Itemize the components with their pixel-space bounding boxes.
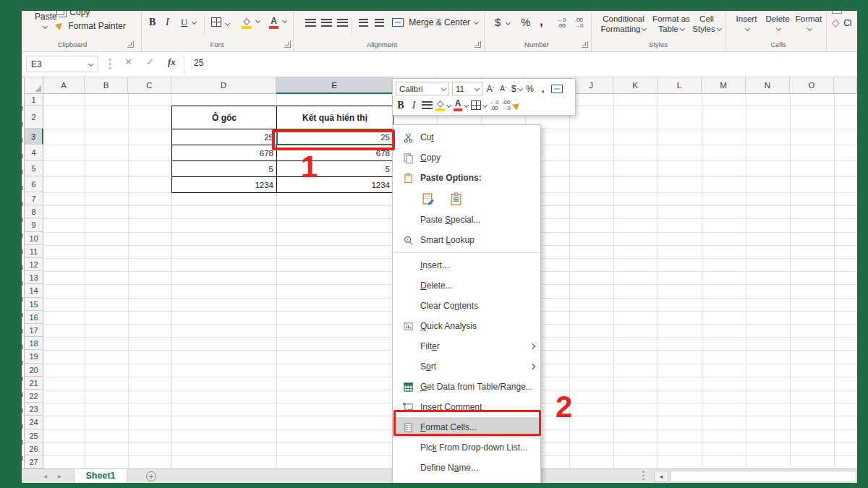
menu-item-get-data-from-table-range[interactable]: Get Data from Table/Range...: [393, 377, 540, 397]
menu-item-paste-special[interactable]: Paste Special...: [393, 210, 540, 230]
menu-item-insert[interactable]: Insert...: [393, 255, 540, 275]
row-header-9[interactable]: 9: [25, 218, 43, 231]
formula-bar-handle[interactable]: •••: [109, 57, 111, 70]
align-left-icon[interactable]: [305, 19, 316, 27]
row-header-1[interactable]: 1: [25, 94, 43, 106]
column-header-e[interactable]: E: [276, 77, 393, 94]
align-center-icon[interactable]: [321, 19, 332, 27]
row-header-21[interactable]: 21: [25, 377, 43, 390]
column-header-j[interactable]: J: [569, 77, 613, 94]
bold-mini-button[interactable]: B: [396, 100, 406, 111]
menu-item-clear-contents[interactable]: Clear Contents: [393, 296, 540, 316]
tab-bar-splitter[interactable]: •••: [642, 471, 644, 481]
clipboard-dialog-launcher-icon[interactable]: [127, 41, 134, 48]
align-center-icon[interactable]: [422, 101, 433, 109]
menu-item-sort[interactable]: Sort: [393, 356, 540, 377]
insert-cells-button[interactable]: Insert: [732, 14, 761, 34]
autosum-icon[interactable]: [832, 11, 842, 14]
name-box[interactable]: E3: [26, 56, 98, 72]
column-header-c[interactable]: C: [128, 77, 171, 94]
row-header-19[interactable]: 19: [25, 350, 43, 363]
menu-item-copy[interactable]: Copy: [393, 147, 540, 168]
insert-function-icon[interactable]: fx: [168, 56, 176, 68]
font-color-mini-button[interactable]: A: [454, 100, 468, 111]
delete-cells-button[interactable]: Delete: [762, 14, 793, 34]
column-header-d[interactable]: D: [171, 77, 276, 94]
row-header-18[interactable]: 18: [25, 337, 43, 350]
align-right-icon[interactable]: [337, 19, 348, 27]
font-size-select[interactable]: 11: [452, 82, 482, 95]
alignment-dialog-launcher-icon[interactable]: [475, 41, 481, 48]
row-header-26[interactable]: 26: [25, 442, 43, 455]
menu-item-quick-analysis[interactable]: Quick Analysis: [393, 316, 540, 336]
copy-button[interactable]: Copy: [56, 11, 90, 17]
select-all-corner[interactable]: [25, 77, 43, 94]
comma-style-button[interactable]: ,: [540, 14, 543, 29]
row-header-10[interactable]: 10: [25, 232, 43, 245]
column-header-n[interactable]: N: [746, 77, 790, 94]
decrease-decimal-icon[interactable]: .00→0: [501, 100, 510, 111]
column-header-o[interactable]: O: [790, 77, 834, 94]
merge-center-button[interactable]: Merge & Center: [392, 17, 478, 27]
increase-decimal-icon[interactable]: ←0.00: [490, 100, 498, 111]
shrink-font-button[interactable]: Aˇ: [498, 85, 509, 93]
merge-center-icon[interactable]: [551, 85, 563, 93]
cell-styles-button[interactable]: Cell Styles: [690, 14, 723, 34]
borders-button[interactable]: [211, 17, 229, 29]
clear-button[interactable]: ◇ Cl: [832, 17, 851, 28]
font-color-button[interactable]: A: [269, 16, 286, 29]
menu-item-filter[interactable]: Filter: [393, 336, 540, 356]
row-header-3[interactable]: 3: [25, 129, 43, 145]
row-header-17[interactable]: 17: [25, 324, 43, 337]
row-header-8[interactable]: 8: [25, 205, 43, 218]
grow-font-button[interactable]: Aˆ: [485, 84, 495, 94]
conditional-formatting-button[interactable]: Conditional Formatting: [595, 14, 652, 34]
number-dialog-launcher-icon[interactable]: [582, 41, 588, 48]
enter-icon[interactable]: ✓: [146, 56, 154, 67]
format-as-table-button[interactable]: Format as Table: [650, 14, 693, 34]
add-sheet-button[interactable]: +: [146, 471, 156, 481]
sheet-nav-right-icon[interactable]: ▸: [58, 472, 61, 480]
cell-e6[interactable]: 1234: [276, 176, 393, 193]
column-header-m[interactable]: M: [702, 77, 746, 94]
fill-color-button[interactable]: ◇: [242, 16, 260, 29]
column-header-k[interactable]: K: [613, 77, 658, 94]
format-painter-icon[interactable]: [512, 100, 522, 110]
sheet-tab-sheet1[interactable]: Sheet1: [74, 469, 127, 483]
font-dialog-launcher-icon[interactable]: [284, 41, 291, 48]
menu-item-pick-from-drop-down-list[interactable]: Pick From Drop-down List...: [393, 437, 540, 458]
row-header-14[interactable]: 14: [25, 284, 43, 297]
row-header-13[interactable]: 13: [25, 271, 43, 284]
font-name-select[interactable]: Calibri: [396, 82, 449, 95]
row-header-2[interactable]: 2: [25, 106, 43, 129]
row-header-4[interactable]: 4: [25, 145, 43, 160]
row-header-7[interactable]: 7: [25, 192, 43, 205]
column-header-l[interactable]: L: [658, 77, 702, 94]
paste-button[interactable]: Paste: [35, 12, 57, 32]
decrease-decimal-button[interactable]: .00→0: [574, 17, 583, 29]
cell-d2-header[interactable]: Ô gốc: [171, 106, 277, 129]
horizontal-scrollbar[interactable]: [670, 471, 856, 482]
row-header-6[interactable]: 6: [25, 176, 43, 192]
menu-item-delete[interactable]: Delete...: [393, 275, 540, 296]
row-header-20[interactable]: 20: [25, 364, 43, 377]
paste-values-icon[interactable]: [448, 191, 464, 207]
column-header-a[interactable]: A: [43, 77, 85, 94]
cell-e5[interactable]: 5: [276, 160, 393, 177]
accounting-format-button[interactable]: $: [495, 16, 510, 28]
increase-decimal-button[interactable]: ←0.00: [557, 17, 566, 29]
percent-mini-button[interactable]: %: [525, 84, 535, 94]
menu-item-define-name[interactable]: Define Name...: [393, 458, 540, 478]
cell-d4[interactable]: 678: [171, 145, 277, 161]
formula-input[interactable]: 25: [194, 58, 203, 68]
row-header-24[interactable]: 24: [25, 416, 43, 429]
cell-d6[interactable]: 1234: [171, 176, 277, 193]
sheet-nav-left-icon[interactable]: ◂: [43, 472, 47, 480]
cell-d3[interactable]: 25: [171, 129, 277, 145]
column-header-b[interactable]: B: [85, 77, 128, 94]
menu-item-cut[interactable]: Cut: [393, 127, 540, 147]
accounting-format-mini-button[interactable]: $: [511, 84, 522, 94]
italic-mini-button[interactable]: I: [409, 100, 419, 111]
row-header-5[interactable]: 5: [25, 160, 43, 176]
percent-style-button[interactable]: %: [521, 16, 530, 28]
